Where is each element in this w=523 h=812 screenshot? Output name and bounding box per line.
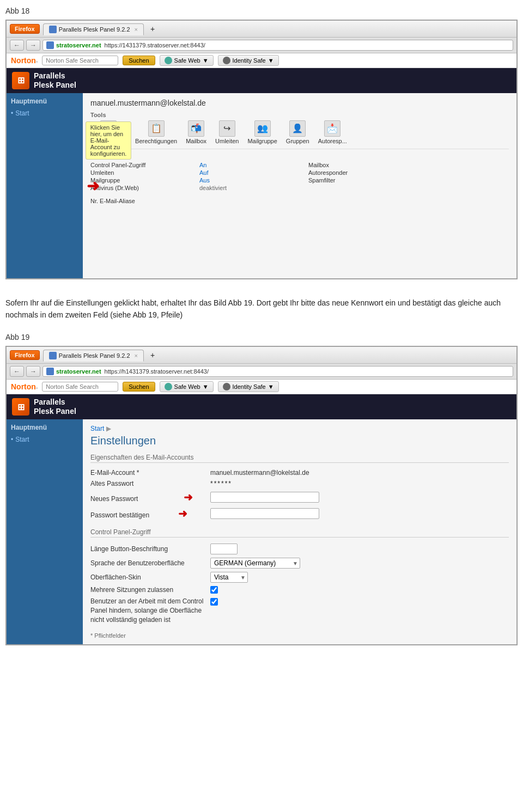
skin-select[interactable]: Vista Classic Modern — [210, 572, 248, 583]
sitzungen-checkbox[interactable] — [210, 586, 218, 594]
info-aus[interactable]: Aus — [199, 176, 308, 184]
mailbox-icon: 📬 — [188, 120, 204, 137]
tab-close-1[interactable]: × — [135, 26, 138, 33]
info-cp-zugriff: Control Panel-Zugriff — [90, 161, 199, 169]
norton-btn-2[interactable]: Suchen — [123, 382, 155, 392]
browser2-toolbar: ← → stratoserver.net https://h1431379.st… — [7, 364, 516, 380]
norton-search-1[interactable] — [42, 56, 118, 65]
form-row-passwort-bestaetigen: Passwort bestätigen ➜ — [90, 505, 509, 522]
norton-btn-1[interactable]: Suchen — [123, 56, 155, 65]
url-path-2: https://h1431379.stratoserver.net:8443/ — [105, 368, 209, 375]
text-block-1: Sofern Ihr auf die Einstellungen geklick… — [0, 288, 523, 327]
passwort-bestaetigen-label: Passwort bestätigen ➜ — [90, 507, 210, 520]
tool-mailgruppe[interactable]: 👥 Mailgruppe — [247, 120, 277, 144]
form-row-sitzungen: Mehrere Sitzungen zulassen — [90, 584, 509, 595]
info-an[interactable]: An — [199, 161, 308, 169]
altes-passwort-value: ****** — [210, 480, 232, 487]
identity-safe-btn-1[interactable]: Identity Safe ▼ — [218, 55, 279, 66]
identity-icon-2 — [223, 383, 230, 390]
tool-umleiten[interactable]: ↪ Umleiten — [215, 120, 239, 144]
info-col2: An Auf Aus deaktiviert — [199, 161, 308, 205]
info-antivirus: Antivirus (Dr.Web) — [90, 184, 199, 192]
identity-icon-1 — [223, 57, 230, 64]
info-col1: Control Panel-Zugriff Umleiten Mailgrupp… — [90, 161, 199, 205]
back-button-1[interactable]: ← — [10, 40, 24, 51]
tool-gruppen[interactable]: 👤 Gruppen — [286, 120, 309, 144]
form-row-sprache: Sprache der Benutzeroberfläche GERMAN (G… — [90, 556, 509, 570]
gruppen-label: Gruppen — [286, 138, 309, 144]
norton-logo-1: Norton- — [11, 56, 38, 65]
tab-favicon-1 — [49, 26, 57, 33]
back-button-2[interactable]: ← — [10, 366, 24, 377]
safe-web-btn-1[interactable]: Safe Web ▼ — [160, 55, 214, 66]
sidebar-bullet-2: • — [11, 436, 13, 443]
browser1-chrome: Firefox Parallels Plesk Panel 9.2.2 × + … — [6, 20, 517, 279]
identity-safe-label-2: Identity Safe — [233, 383, 266, 390]
url-bar-2: stratoserver.net https://h1431379.strato… — [42, 366, 513, 377]
section-title-cp: Control Panel-Zugriff — [90, 528, 509, 538]
red-arrow-2: ➜ — [178, 508, 187, 520]
sidebar-item-start-1[interactable]: • Start — [11, 108, 78, 118]
sitzungen-label: Mehrere Sitzungen zulassen — [90, 586, 210, 594]
plesk-icon-1: ⊞ — [12, 72, 29, 89]
safe-web-icon-1 — [165, 57, 172, 64]
tab-close-2[interactable]: × — [135, 352, 138, 359]
autoresp-icon: 📩 — [324, 120, 340, 137]
forward-button-2[interactable]: → — [26, 366, 40, 377]
plesk-title-1: Parallels Plesk Panel — [34, 71, 76, 90]
form-row-laenge: Länge Button-Beschriftung — [90, 542, 509, 556]
breadcrumb-2: Start ▶ — [90, 425, 509, 432]
norton-search-2[interactable] — [42, 382, 118, 392]
browser1-tab[interactable]: Parallels Plesk Panel 9.2.2 × — [43, 23, 144, 35]
benutzer-label: Benutzer an der Arbeit mit dem Control P… — [90, 597, 210, 624]
browser2-tab[interactable]: Parallels Plesk Panel 9.2.2 × — [43, 350, 144, 362]
laenge-input[interactable] — [210, 544, 238, 554]
mailgruppe-label: Mailgruppe — [247, 138, 277, 144]
safe-web-btn-2[interactable]: Safe Web ▼ — [160, 381, 214, 392]
identity-safe-arrow-1: ▼ — [268, 57, 274, 64]
red-arrow-1: ➜ — [184, 491, 193, 503]
tool-berechtigungen[interactable]: 📋 Berechtigungen — [135, 120, 177, 144]
sidebar-title-2: Hauptmenü — [11, 424, 78, 431]
forward-button-1[interactable]: → — [26, 40, 40, 51]
identity-safe-btn-2[interactable]: Identity Safe ▼ — [218, 381, 279, 392]
tab-favicon-2 — [49, 352, 57, 359]
benutzer-checkbox[interactable] — [210, 598, 218, 606]
tool-einstellungen[interactable]: ⚙ Einstellungen Klicken Sie hier, um den… — [90, 120, 126, 144]
browser1-titlebar: Firefox Parallels Plesk Panel 9.2.2 × + — [7, 21, 516, 38]
browser1-panel-body: Hauptmenü • Start ➜ manuel.mustermann@lo… — [7, 93, 516, 278]
neues-passwort-input[interactable] — [210, 492, 319, 503]
identity-safe-label-1: Identity Safe — [233, 57, 266, 64]
info-umleiten: Umleiten — [90, 169, 199, 176]
altes-passwort-label: Altes Passwort — [90, 480, 210, 487]
skin-label: Oberflächen-Skin — [90, 573, 210, 581]
form-row-email-account: E-Mail-Account * manuel.mustermann@lokel… — [90, 467, 509, 478]
tool-mailbox[interactable]: 📬 Mailbox — [186, 120, 206, 144]
email-account-value: manuel.mustermann@lokelstal.de — [210, 469, 309, 477]
abb19-label: Abb 19 — [5, 333, 523, 341]
info-mailbox: Mailbox — [308, 161, 417, 169]
required-note-2: * Pflichtfelder — [90, 632, 509, 639]
sidebar-bullet-1: • — [11, 109, 13, 117]
tools-label-1: Tools — [90, 112, 509, 118]
sidebar-item-start-2[interactable]: • Start — [11, 435, 78, 444]
url-favicon-1 — [46, 41, 54, 49]
sprache-select[interactable]: GERMAN (Germany) ENGLISH (United States)… — [210, 558, 300, 569]
form-row-benutzer: Benutzer an der Arbeit mit dem Control P… — [90, 595, 509, 626]
passwort-bestaetigen-input[interactable] — [210, 508, 319, 519]
info-auf[interactable]: Auf — [199, 169, 308, 176]
plesk-title-2: Parallels Plesk Panel — [34, 398, 76, 416]
url-site-2: stratoserver.net — [56, 368, 101, 375]
tab-new-1[interactable]: + — [146, 23, 159, 35]
safe-web-icon-2 — [165, 383, 172, 390]
firefox-button-1[interactable]: Firefox — [10, 24, 40, 34]
breadcrumb-start[interactable]: Start — [90, 425, 104, 432]
berechtigungen-icon: 📋 — [148, 120, 165, 137]
browser2-titlebar: Firefox Parallels Plesk Panel 9.2.2 × + — [7, 347, 516, 364]
plesk-icon-2: ⊞ — [12, 398, 29, 416]
tab-new-2[interactable]: + — [146, 349, 159, 361]
browser1-tab-title: Parallels Plesk Panel 9.2.2 — [59, 26, 130, 33]
firefox-button-2[interactable]: Firefox — [10, 350, 40, 360]
tool-autoresp[interactable]: 📩 Autoresp... — [318, 120, 347, 144]
laenge-label: Länge Button-Beschriftung — [90, 545, 210, 553]
